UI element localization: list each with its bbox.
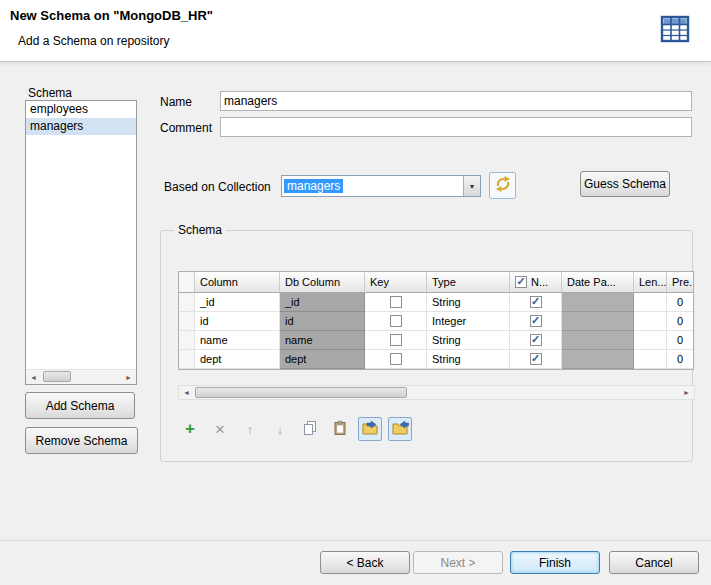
scroll-track[interactable] [194,386,679,399]
header-nullable-label: N... [531,276,548,288]
header-nullable[interactable]: N... [510,272,562,293]
schema-table-icon [660,15,690,43]
header-date-pattern[interactable]: Date Pa... [562,272,634,293]
cell-nullable[interactable] [510,293,562,312]
header-precision[interactable]: Pre... [667,272,693,293]
add-schema-button[interactable]: Add Schema [25,392,135,419]
cell-length[interactable] [634,350,667,369]
paste-icon [332,420,348,439]
refresh-collections-button[interactable] [489,172,516,199]
cell-type[interactable]: String [427,293,510,312]
scroll-left-icon[interactable]: ◄ [179,386,194,399]
remove-schema-button[interactable]: Remove Schema [25,427,138,454]
cell-key[interactable] [365,312,427,331]
nullable-checkbox[interactable] [530,296,542,308]
cell-type[interactable]: String [427,350,510,369]
list-horizontal-scrollbar[interactable]: ◄ ► [26,369,136,384]
next-button[interactable]: Next > [413,551,503,574]
cell-precision[interactable]: 0 [667,350,693,369]
cell-date-pattern [562,293,634,312]
cell-precision[interactable]: 0 [667,331,693,350]
nullable-all-checkbox[interactable] [515,276,527,288]
remove-row-button[interactable]: ✕ [208,417,232,441]
paste-button[interactable] [328,417,352,441]
comment-label: Comment [160,121,212,135]
sidebar-label: Schema [28,86,72,100]
cell-precision[interactable]: 0 [667,312,693,331]
cell-date-pattern [562,331,634,350]
cell-type[interactable]: String [427,331,510,350]
comment-input[interactable] [220,117,692,137]
export-schema-button[interactable] [358,417,382,441]
header-length[interactable]: Len... [634,272,667,293]
header-column[interactable]: Column [195,272,280,293]
cell-nullable[interactable] [510,331,562,350]
cell-length[interactable] [634,312,667,331]
guess-schema-button[interactable]: Guess Schema [580,171,670,197]
chevron-down-icon[interactable]: ▼ [463,176,480,196]
cell-db-column: dept [280,350,365,369]
cell-column[interactable]: _id [195,293,280,312]
cell-date-pattern [562,312,634,331]
table-row[interactable]: name name String 0 [179,331,693,350]
nullable-checkbox[interactable] [530,315,542,327]
scroll-right-icon[interactable]: ► [121,370,136,384]
move-down-button[interactable]: ↓ [268,417,292,441]
cell-nullable[interactable] [510,350,562,369]
key-checkbox[interactable] [390,296,402,308]
table-row[interactable]: dept dept String 0 [179,350,693,369]
table-horizontal-scrollbar[interactable]: ◄ ► [178,385,695,400]
arrow-down-icon: ↓ [277,422,284,437]
cell-key[interactable] [365,293,427,312]
dialog-subtitle: Add a Schema on repository [18,34,169,48]
dialog-footer: < Back Next > Finish Cancel [0,540,711,585]
table-row[interactable]: _id _id String 0 [179,293,693,312]
new-schema-dialog: { "colors": { "selection_blue": "#3399ff… [0,0,711,585]
copy-button[interactable] [298,417,322,441]
header-key[interactable]: Key [365,272,427,293]
table-header-row: Column Db Column Key Type N... Date Pa..… [179,272,693,293]
nullable-checkbox[interactable] [530,334,542,346]
scroll-thumb[interactable] [43,371,71,382]
scroll-left-icon[interactable]: ◄ [26,370,41,384]
cell-column[interactable]: name [195,331,280,350]
collection-selected-value: managers [284,179,343,193]
header-db-column[interactable]: Db Column [280,272,365,293]
cell-length[interactable] [634,331,667,350]
schema-list[interactable]: employees managers ◄ ► [25,100,137,385]
schema-groupbox: Schema Column Db Column Key Type N... Da… [160,230,693,462]
cell-precision[interactable]: 0 [667,293,693,312]
key-checkbox[interactable] [390,334,402,346]
key-checkbox[interactable] [390,353,402,365]
cell-length[interactable] [634,293,667,312]
scroll-track[interactable] [41,370,121,384]
cell-db-column: _id [280,293,365,312]
back-button[interactable]: < Back [320,551,410,574]
list-item-employees[interactable]: employees [26,101,136,118]
import-schema-button[interactable] [388,417,412,441]
cell-nullable[interactable] [510,312,562,331]
cell-column[interactable]: id [195,312,280,331]
nullable-checkbox[interactable] [530,353,542,365]
name-input[interactable] [220,91,692,111]
key-checkbox[interactable] [390,315,402,327]
move-up-button[interactable]: ↑ [238,417,262,441]
add-row-button[interactable]: + [178,417,202,441]
collection-dropdown[interactable]: managers ▼ [281,175,481,197]
schema-groupbox-label: Schema [174,223,226,237]
schema-toolbar: + ✕ ↑ ↓ [178,417,412,441]
scroll-thumb[interactable] [195,387,407,398]
cell-db-column: name [280,331,365,350]
header-type[interactable]: Type [427,272,510,293]
finish-button[interactable]: Finish [510,551,600,574]
cancel-button[interactable]: Cancel [609,551,699,574]
list-item-managers[interactable]: managers [26,118,136,135]
cell-column[interactable]: dept [195,350,280,369]
cell-type[interactable]: Integer [427,312,510,331]
scroll-right-icon[interactable]: ► [679,386,694,399]
row-indicator [179,293,195,312]
cell-key[interactable] [365,350,427,369]
cell-key[interactable] [365,331,427,350]
name-label: Name [160,95,192,109]
table-row[interactable]: id id Integer 0 [179,312,693,331]
